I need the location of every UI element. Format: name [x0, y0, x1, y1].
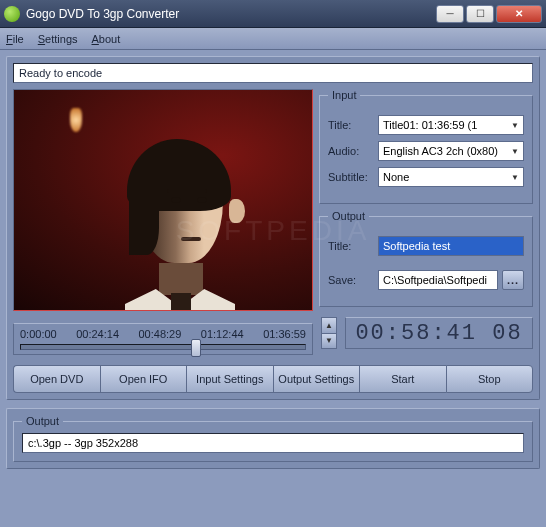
menu-about[interactable]: About — [92, 33, 121, 45]
input-audio-label: Audio: — [328, 145, 378, 157]
app-icon — [4, 6, 20, 22]
input-title-select[interactable]: Title01: 01:36:59 (1 — [378, 115, 524, 135]
output-legend: Output — [328, 210, 369, 222]
input-legend: Input — [328, 89, 360, 101]
input-group: Input Title: Title01: 01:36:59 (1 Audio:… — [319, 89, 533, 204]
tick-0: 0:00:00 — [20, 328, 57, 344]
input-subtitle-select[interactable]: None — [378, 167, 524, 187]
output-save-label: Save: — [328, 274, 378, 286]
output-save-input[interactable]: C:\Softpedia\Softpedi — [378, 270, 498, 290]
input-settings-button[interactable]: Input Settings — [186, 365, 273, 393]
minimize-button[interactable]: ─ — [436, 5, 464, 23]
scroll-up-icon[interactable]: ▲ — [322, 318, 336, 333]
output-group: Output Title: Softpedia test Save: C:\So… — [319, 210, 533, 307]
tick-1: 00:24:14 — [76, 328, 119, 344]
start-button[interactable]: Start — [359, 365, 446, 393]
stop-button[interactable]: Stop — [446, 365, 534, 393]
bottom-output-group: Output c:\.3gp -- 3gp 352x288 — [13, 415, 533, 462]
scroll-down-icon[interactable]: ▼ — [322, 333, 336, 349]
output-settings-button[interactable]: Output Settings — [273, 365, 360, 393]
open-dvd-button[interactable]: Open DVD — [13, 365, 100, 393]
tick-4: 01:36:59 — [263, 328, 306, 344]
window-title: Gogo DVD To 3gp Converter — [26, 7, 436, 21]
timeline-thumb[interactable] — [191, 339, 201, 357]
open-ifo-button[interactable]: Open IFO — [100, 365, 187, 393]
close-button[interactable]: ✕ — [496, 5, 542, 23]
output-title-input[interactable]: Softpedia test — [378, 236, 524, 256]
video-preview[interactable] — [13, 89, 313, 311]
input-title-label: Title: — [328, 119, 378, 131]
menu-file[interactable]: File — [6, 33, 24, 45]
bottom-panel: Output c:\.3gp -- 3gp 352x288 — [6, 408, 540, 469]
timeline[interactable]: 0:00:00 00:24:14 00:48:29 01:12:44 01:36… — [13, 323, 313, 355]
titlebar[interactable]: Gogo DVD To 3gp Converter ─ ☐ ✕ — [0, 0, 546, 28]
bottom-output-legend: Output — [22, 415, 63, 427]
tick-2: 00:48:29 — [139, 328, 182, 344]
tick-3: 01:12:44 — [201, 328, 244, 344]
menubar: File Settings About — [0, 28, 546, 50]
timeline-scroll[interactable]: ▲ ▼ — [321, 317, 337, 349]
button-row: Open DVD Open IFO Input Settings Output … — [13, 365, 533, 393]
time-display: 00:58:41 08 — [345, 317, 533, 349]
bottom-output-value[interactable]: c:\.3gp -- 3gp 352x288 — [22, 433, 524, 453]
output-title-label: Title: — [328, 240, 378, 252]
status-bar: Ready to encode — [13, 63, 533, 83]
input-subtitle-label: Subtitle: — [328, 171, 378, 183]
main-panel: Ready to encode — [6, 56, 540, 400]
menu-settings[interactable]: Settings — [38, 33, 78, 45]
maximize-button[interactable]: ☐ — [466, 5, 494, 23]
browse-button[interactable]: ... — [502, 270, 524, 290]
input-audio-select[interactable]: English AC3 2ch (0x80) — [378, 141, 524, 161]
